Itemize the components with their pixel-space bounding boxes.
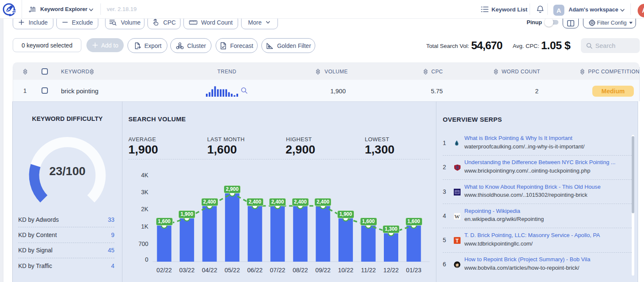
svg-text:W: W xyxy=(455,213,460,219)
svg-text:T: T xyxy=(455,238,459,244)
